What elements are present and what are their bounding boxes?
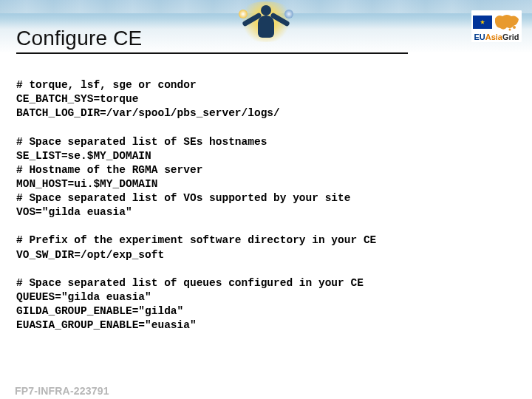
svg-point-0 — [513, 26, 516, 29]
logo-text: EUAsiaGrid — [474, 33, 519, 41]
config-block-4: # Space separated list of queues configu… — [16, 277, 364, 331]
asia-map-icon — [494, 13, 520, 32]
footer-text: FP7-INFRA-223791 — [15, 385, 109, 397]
svg-point-1 — [509, 29, 511, 31]
euasiagrid-logo: EUAsiaGrid — [471, 10, 522, 42]
config-content: # torque, lsf, sge or condor CE_BATCH_SY… — [16, 78, 516, 332]
config-block-2: # Space separated list of SEs hostnames … — [16, 136, 350, 219]
eu-flag-icon — [473, 16, 492, 29]
title-bar: Configure CE — [16, 27, 408, 54]
slide-banner: EUAsiaGrid Configure CE — [0, 0, 532, 53]
config-block-1: # torque, lsf, sge or condor CE_BATCH_SY… — [16, 79, 280, 119]
page-title: Configure CE — [16, 27, 408, 50]
config-block-3: # Prefix of the experiment software dire… — [16, 234, 376, 260]
